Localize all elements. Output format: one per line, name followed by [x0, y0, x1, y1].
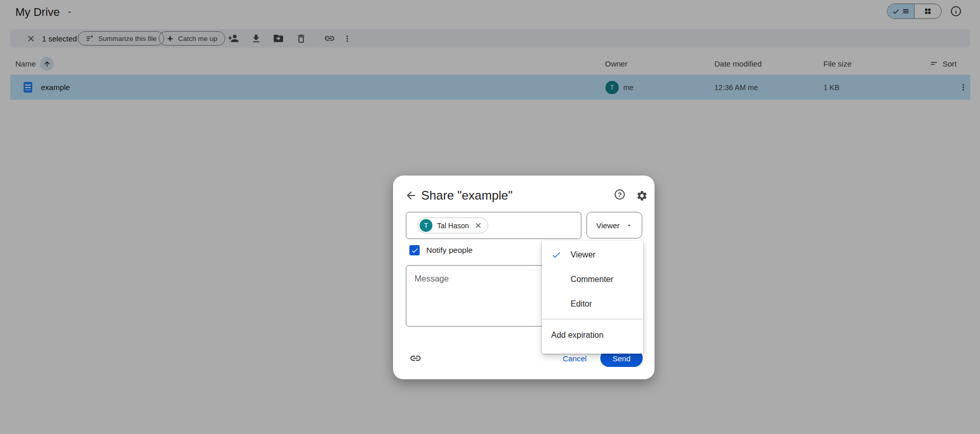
recipient-avatar: T	[420, 219, 432, 232]
back-arrow-icon[interactable]	[404, 189, 418, 202]
caret-down-icon	[626, 222, 633, 229]
check-icon	[542, 250, 571, 260]
remove-recipient-icon[interactable]	[473, 221, 483, 230]
menu-item-label: Commenter	[571, 275, 614, 284]
menu-item-label: Viewer	[571, 250, 596, 259]
recipients-input[interactable]: T Tal Hason	[406, 212, 581, 239]
menu-item-add-expiration[interactable]: Add expiration	[542, 319, 643, 351]
role-menu: Viewer Commenter Editor Add expiration	[542, 241, 643, 354]
menu-item-editor[interactable]: Editor	[542, 292, 643, 316]
menu-item-commenter[interactable]: Commenter	[542, 267, 643, 292]
help-icon[interactable]: ?	[615, 189, 627, 202]
copy-link-icon[interactable]	[409, 352, 422, 365]
menu-item-viewer[interactable]: Viewer	[542, 243, 643, 267]
settings-gear-icon[interactable]	[636, 189, 648, 202]
recipient-chip[interactable]: T Tal Hason	[418, 218, 488, 233]
role-selector-value: Viewer	[596, 221, 620, 230]
notify-label: Notify people	[426, 246, 472, 255]
notify-checkbox[interactable]	[409, 245, 420, 255]
notify-people-row: Notify people	[409, 245, 472, 255]
recipient-name: Tal Hason	[437, 222, 469, 230]
role-selector-button[interactable]: Viewer	[586, 212, 642, 238]
menu-item-label: Editor	[571, 299, 592, 309]
dialog-title: Share "example"	[421, 188, 512, 203]
